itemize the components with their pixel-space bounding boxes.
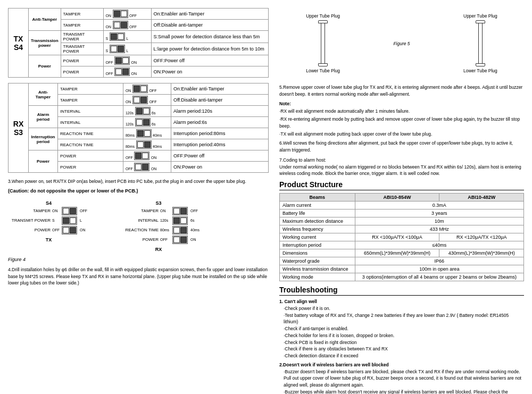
prod-label-battery: Battery life xyxy=(280,209,355,217)
power-desc-1: OFF:Power off xyxy=(151,55,268,66)
anti-tamper-label: Anti-Tamper xyxy=(29,9,61,31)
prod-val-dimensions-1: 650mm(L)*39mm(W)*39mm(H) xyxy=(355,249,439,257)
prod-val-working-current-2: RX <120μA/TX <120μA xyxy=(439,233,524,241)
rx-power-desc-2: ON:Power on xyxy=(171,162,268,173)
reaction-desc-1: Interruption period:80ms xyxy=(171,128,268,139)
rx-dip-row-reaction: REACTION TIME 80ms 40ms xyxy=(116,226,201,234)
interval-sw-2: 120s 6s xyxy=(123,117,171,128)
power-label-txs4: Power xyxy=(29,55,61,78)
trouble-sub-2-0: ·Buzzer doesn't beep if wireless barrier… xyxy=(279,368,524,389)
prod-row-wireless-dist: Wireless transmission distance 100m in o… xyxy=(280,265,524,273)
troubleshooting-section: 1. Can't align well ·Check power if it i… xyxy=(279,298,524,394)
right-tube-body xyxy=(476,20,485,66)
tamper-sw-1: ON OFF xyxy=(103,9,151,20)
prod-val-dimensions-2: 430mm(L)*39mm(W)*39mm(H) xyxy=(439,249,524,257)
prod-row-battery: Battery life 3 years xyxy=(280,209,524,217)
rx-power-name-2: POWER xyxy=(58,162,123,173)
tamper-desc-2: Off:Disable anti-tamper xyxy=(151,20,268,31)
product-structure-table: Beams ABI10-854W ABI10-482W Alarm curren… xyxy=(279,193,524,281)
left-lower-plug xyxy=(318,63,328,66)
reaction-sw-1: 80ms 40ms xyxy=(123,128,171,139)
rx-interval-label-diag: INTERVAL xyxy=(116,218,159,223)
rx-anti-tamper-label: Anti-Tamper xyxy=(29,83,58,106)
note-section: Note: ·RX will exit alignment mode autom… xyxy=(279,101,524,138)
rx-power-sw-1: OFF ON xyxy=(123,150,171,162)
right-tube-shaft xyxy=(478,23,483,63)
transmit-desc-1: S:Small power for detection distance les… xyxy=(151,31,268,43)
prod-label-waterproof: Waterproof grade xyxy=(280,257,355,265)
prod-row-waterproof: Waterproof grade IP66 xyxy=(280,257,524,265)
note-item-1: ·RX will exit alignment mode automatical… xyxy=(279,108,524,115)
rxs3-main-label: RXS3 xyxy=(9,83,29,173)
tx-dip-row-power: POWER OFF ON xyxy=(8,226,89,234)
rx-tamper-label-diag: TAMPER xyxy=(116,208,159,213)
prod-label-dimensions: Dimensions xyxy=(280,249,355,257)
prod-val-working-current-1: RX <100μA/TX <100μA xyxy=(355,233,439,241)
instruction-4: 4.Drill installation holes by φ6 driller… xyxy=(8,266,269,287)
prod-label-wireless-dist: Wireless transmission distance xyxy=(280,265,355,273)
reaction-desc-2: Interruption period:40ms xyxy=(171,139,268,150)
power-desc-2: ON:Power on xyxy=(151,66,268,78)
rx-power-label-diag: POWER xyxy=(116,237,159,242)
tx-transmit-label: TRANSMIT POWER xyxy=(8,218,51,223)
tx-s4-dip-label: S4 xyxy=(46,200,52,206)
prod-row-frequency: Wireless frequency 433 MHz xyxy=(280,225,524,233)
prod-row-interruption: Interruption period ≤40ms xyxy=(280,241,524,249)
prod-val-working-mode: 3 options(interruption of all 4 beams or… xyxy=(355,273,523,281)
interruption-label: Interruption period xyxy=(29,128,58,150)
interval-sw-1: 120s 6s xyxy=(123,106,171,117)
trouble-sub-1-6: ·Check detection distance if it exceed xyxy=(279,353,524,359)
prod-val-distance: 10m xyxy=(355,217,523,225)
trouble-sub-1-2: ·Check if anti-tamper is enabled. xyxy=(279,325,524,332)
tamper-name-1: TAMPER xyxy=(61,9,103,20)
rx-tamper-name-1: TAMPER xyxy=(58,83,123,95)
tx-dip-row-tamper: TAMPER ON OFF xyxy=(8,207,89,215)
rx-s3-dip-label: S3 xyxy=(155,200,161,206)
rx-dip-diagram: S3 TAMPER ON OFF INTERVAL 120 xyxy=(116,200,201,252)
prod-header-col1: ABI10-854W xyxy=(355,194,439,202)
tx-transmit-visual xyxy=(62,216,77,225)
note-item-3: ·TX will exit alignment mode putting bac… xyxy=(279,131,524,138)
rx-dip-row-tamper: TAMPER ON OFF xyxy=(116,207,201,215)
interval-name-2: INTERVAL xyxy=(58,117,123,128)
prod-label-interruption: Interruption period xyxy=(280,241,355,249)
product-structure-title: Product Structure xyxy=(279,180,524,190)
prod-label-alarm-current: Alarm current xyxy=(280,202,355,209)
tx-dip-row-transmit: TRANSMIT POWER S L xyxy=(8,216,89,225)
fig5-label: Figure 5 xyxy=(393,41,410,46)
rx-power-visual xyxy=(172,236,188,244)
figure4-area: S4 TAMPER ON OFF TRANSMIT POWER xyxy=(8,198,269,262)
power-sw-1: OFF ON xyxy=(103,55,151,66)
trouble-sub-1-1: ·Test battery voltage of RX and TX, chan… xyxy=(279,312,524,326)
prod-row-working-mode: Working mode 3 options(interruption of a… xyxy=(280,273,524,281)
left-tube: Upper Tube Plug Lower Tube Plug xyxy=(306,13,340,73)
trouble-sub-1-3: ·Check holder for lens if it is loosen, … xyxy=(279,332,524,339)
transmit-name-2: TRANSMIT POWER xyxy=(61,43,103,55)
reaction-name-2: REACTION TIME xyxy=(58,139,123,150)
transmission-label: Transmission power xyxy=(29,31,61,55)
prod-val-wireless-dist: 100m in open area xyxy=(355,265,523,273)
instruction-7: 7.Coding to alarm host: Under normal wor… xyxy=(279,157,524,177)
trouble-sub-1-5: ·Check if there is any obstacles between… xyxy=(279,346,524,353)
right-column: Upper Tube Plug Lower Tube Plug Figure 5… xyxy=(279,8,524,394)
left-tube-shaft xyxy=(321,23,325,63)
power-label-rxs3: Power xyxy=(29,150,58,173)
caution-text: (Caution: do not opposite the upper or l… xyxy=(8,188,269,194)
power-name-2: POWER xyxy=(61,66,103,78)
rx-tamper-desc-1: On:Enabler anti-Tamper xyxy=(171,83,268,95)
power-sw-2: OFF ON xyxy=(103,66,151,78)
prod-header-beams: Beams xyxy=(280,194,355,202)
trouble-sub-1-4: ·Check PCB is fixed in right direction xyxy=(279,339,524,346)
instruction-5: 5.Remove upper cover of lower tube plug … xyxy=(279,84,524,98)
rx-power-desc-1: OFF:Power off xyxy=(171,150,268,162)
prod-label-frequency: Wireless frequency xyxy=(280,225,355,233)
prod-row-distance: Maximum detection distance 10m xyxy=(280,217,524,225)
rx-tamper-sw-2: ON OFF xyxy=(123,95,171,106)
instruction-3: 3.When power on, set RX/TX DIP on(as bel… xyxy=(8,178,269,185)
troubleshooting-title: Troubleshooting xyxy=(279,286,524,296)
prod-val-alarm-current: 0.3mA xyxy=(355,202,523,209)
txs4-main-label: TXS4 xyxy=(9,9,29,78)
tamper-name-2: TAMPER xyxy=(61,20,103,31)
rx-tamper-sw-1: ON OFF xyxy=(123,83,171,95)
rx-tamper-visual xyxy=(172,207,188,215)
